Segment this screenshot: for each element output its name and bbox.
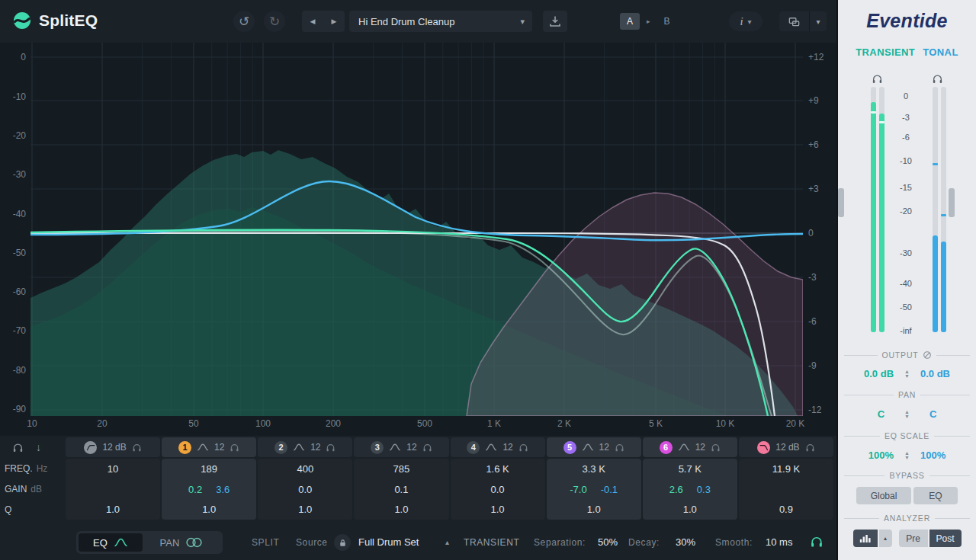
eq-graph[interactable] [0,43,836,436]
pan-transient-value[interactable]: C [878,408,884,420]
chevron-down-icon[interactable]: ▾ [810,18,827,26]
band-q-value[interactable]: 1.0 [354,499,448,520]
analyzer-post-button[interactable]: Post [929,530,962,547]
band-number-badge[interactable]: 5 [563,441,576,454]
pan-view-button[interactable]: PAN [143,533,220,552]
info-button[interactable]: i ▾ [729,11,762,31]
separation-value[interactable]: 50% [598,536,618,548]
meter-trim-handle-right[interactable] [949,188,955,217]
band-slope[interactable]: 12 dB [775,442,799,453]
band-number-badge[interactable]: 1 [178,441,191,454]
band-slope[interactable]: 12 [310,442,320,453]
band-slope[interactable]: 12 [502,442,512,453]
lowpass-icon[interactable] [757,441,770,454]
band-header-2[interactable]: 2 12 [258,437,352,457]
band-freq-value[interactable]: 1.6 K [451,459,545,479]
band-freq-value[interactable]: 400 [258,459,352,479]
headphone-icon[interactable] [518,443,528,453]
band-gain-value[interactable]: 0.23.6 [162,479,256,500]
headphone-icon[interactable] [711,443,721,453]
pan-tonal-value[interactable]: C [929,408,936,420]
meter-trim-handle-left[interactable] [838,188,844,217]
save-preset-button[interactable] [543,11,567,32]
band-slope[interactable]: 12 [695,442,705,453]
undo-button[interactable]: ↺ [233,11,255,32]
band-gain-value[interactable]: 0.0 [258,479,352,500]
band-slope[interactable]: 12 [599,442,609,453]
eq-graph-area[interactable]: 0 -10 -20 -30 -40 -50 -60 -70 -80 -90 +1… [0,43,836,436]
band-freq-value[interactable]: 10 [66,459,160,479]
band-freq-value[interactable]: 785 [354,459,448,479]
tonal-meter-headphone-icon[interactable] [932,73,943,85]
stepper-icon[interactable]: ▲▼ [904,451,910,460]
eq-scale-tonal-value[interactable]: 100% [920,450,946,461]
decay-value[interactable]: 30% [676,536,695,548]
band-header-3[interactable]: 3 12 [354,437,448,457]
ab-b-button[interactable]: B [657,13,677,30]
output-transient-value[interactable]: 0.0 dB [864,368,894,379]
band-gain-value[interactable] [739,479,833,500]
listen-headphone-icon[interactable] [12,442,24,453]
headphone-icon[interactable] [615,443,624,453]
headphone-icon[interactable] [805,443,815,453]
band-freq-value[interactable]: 189 [162,459,256,479]
preset-next-button[interactable]: ▶ [332,18,337,25]
bell-filter-icon[interactable] [582,443,594,451]
analyzer-collapse-button[interactable]: ▴ [879,530,892,547]
band-q-value[interactable]: 1.0 [547,499,641,520]
analyzer-toggle-button[interactable] [853,530,878,547]
ab-a-button[interactable]: A [620,13,640,30]
stepper-icon[interactable]: ▲▼ [904,410,910,419]
band-q-value[interactable]: 0.9 [739,499,833,520]
ab-copy-arrow-icon[interactable]: ▸ [647,18,650,25]
preset-dropdown[interactable]: Hi End Drum Cleanup ▾ [349,11,532,32]
bell-filter-icon[interactable] [678,443,690,451]
band-slope[interactable]: 12 [406,442,416,453]
redo-button[interactable]: ↻ [264,11,285,32]
bell-filter-icon[interactable] [293,443,305,451]
band-header-1[interactable]: 1 12 [162,437,256,457]
smooth-value[interactable]: 10 ms [766,536,792,548]
band-q-value[interactable]: 1.0 [162,499,256,520]
band-q-value[interactable]: 1.0 [258,499,352,520]
band-gain-value[interactable]: 2.60.3 [643,479,737,500]
band-header-6[interactable]: 6 12 [643,437,737,457]
transient-audition-headphone-icon[interactable] [810,535,824,549]
headphone-icon[interactable] [132,443,142,453]
bypass-eq-button[interactable]: EQ [913,487,958,504]
band-freq-value[interactable]: 5.7 K [643,459,737,479]
gui-size-button[interactable]: ▾ [779,11,827,31]
polarity-invert-icon[interactable] [923,350,932,360]
source-type-dropdown[interactable]: Full Drum Set [358,536,419,548]
band-number-badge[interactable]: 2 [274,441,287,454]
band-gain-value[interactable]: -7.0-0.1 [547,479,641,500]
band-number-badge[interactable]: 3 [371,441,384,454]
band-number-badge[interactable]: 4 [467,441,480,454]
band-header-highpass[interactable]: 12 dB [66,437,160,457]
eq-view-button[interactable]: EQ [79,533,143,552]
eq-scale-transient-value[interactable]: 100% [868,450,894,461]
analyzer-pre-button[interactable]: Pre [899,530,928,547]
band-header-5[interactable]: 5 12 [547,437,641,457]
source-collapse-icon[interactable]: ▴ [445,538,449,546]
band-slope[interactable]: 12 [214,442,224,453]
band-q-value[interactable]: 1.0 [66,499,160,520]
highpass-icon[interactable] [84,441,97,454]
band-gain-value[interactable]: 0.1 [354,479,448,500]
headphone-icon[interactable] [326,443,336,453]
band-header-4[interactable]: 4 12 [451,437,545,457]
output-tonal-value[interactable]: 0.0 dB [920,368,950,379]
bell-filter-icon[interactable] [485,443,497,451]
headphone-icon[interactable] [422,443,432,453]
band-freq-value[interactable]: 11.9 K [739,459,833,479]
tab-transient[interactable]: TRANSIENT [856,46,915,58]
gain-scale-down-icon[interactable]: ↓ [36,441,41,453]
band-q-value[interactable]: 1.0 [451,499,545,520]
band-q-value[interactable]: 1.0 [643,499,737,520]
stepper-icon[interactable]: ▲▼ [904,370,910,379]
band-gain-value[interactable] [66,479,160,500]
band-header-lowpass[interactable]: 12 dB [739,437,833,457]
band-slope[interactable]: 12 dB [102,442,126,453]
transient-meter-headphone-icon[interactable] [872,73,883,85]
bell-filter-icon[interactable] [389,443,401,451]
